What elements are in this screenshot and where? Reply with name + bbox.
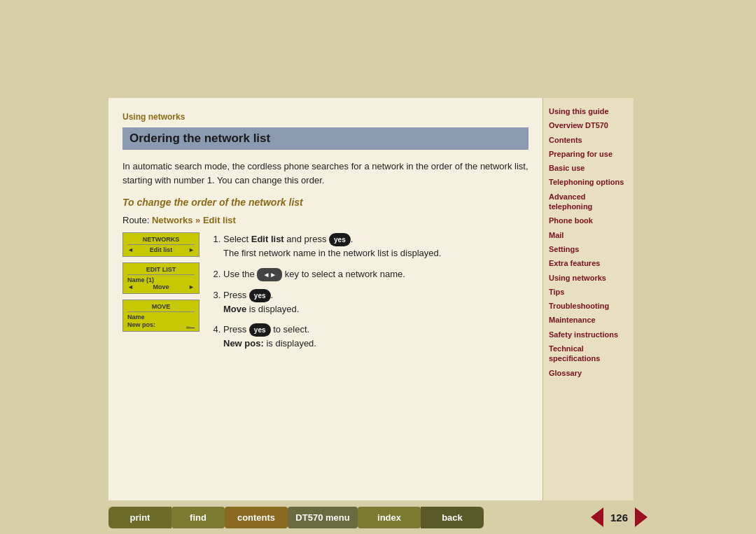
sidebar-item-15[interactable]: Safety instructions xyxy=(549,328,628,341)
content-area: Using networks Ordering the network list… xyxy=(108,98,542,500)
step-3: Press yes. Move is displayed. xyxy=(223,288,528,316)
intro-text: In automatic search mode, the cordless p… xyxy=(122,160,528,187)
screen-editlist-name: Name (1) xyxy=(127,276,195,283)
top-spacer xyxy=(0,0,756,98)
phone-screens: NETWORKS ◄ Edit list ► EDIT LIST Name (1… xyxy=(122,232,200,358)
sidebar-item-3[interactable]: Preparing for use xyxy=(549,148,628,160)
breadcrumb: Using networks xyxy=(122,112,528,122)
find-button[interactable]: find xyxy=(172,507,225,528)
editlist-move-label: Move xyxy=(153,283,169,290)
move-newpos-label: New pos: xyxy=(127,321,155,328)
main-area: Using networks Ordering the network list… xyxy=(0,98,756,500)
sidebar-item-14[interactable]: Maintenance xyxy=(549,314,628,326)
sidebar-item-8[interactable]: Mail xyxy=(549,229,628,241)
editlist-name-label: Name (1) xyxy=(127,276,154,283)
screen-move-newpos: New pos: _ xyxy=(127,321,195,328)
editlist-arrow-left: ◄ xyxy=(127,283,134,290)
step-1: Select Edit list and press yes. The firs… xyxy=(223,232,528,260)
route-label: Route: xyxy=(122,215,149,225)
editlist-arrow-right: ► xyxy=(188,283,195,290)
page-wrapper: Using networks Ordering the network list… xyxy=(0,0,756,534)
sidebar-item-12[interactable]: Tips xyxy=(549,286,628,298)
contents-button[interactable]: contents xyxy=(225,507,288,528)
step3-move: Move xyxy=(223,304,246,314)
route-path: Networks » Edit list xyxy=(152,215,236,225)
nav-arrow-btn: ◄► xyxy=(257,268,282,281)
step-2: Use the ◄► key to select a network name. xyxy=(223,267,528,281)
step1-detail: The first network name in the network li… xyxy=(223,248,441,258)
left-spacer xyxy=(0,98,108,500)
sidebar-item-4[interactable]: Basic use xyxy=(549,162,628,174)
steps-area: NETWORKS ◄ Edit list ► EDIT LIST Name (1… xyxy=(122,232,528,358)
screen-editlist-title: EDIT LIST xyxy=(127,266,195,275)
step-4: Press yes to select. New pos: is display… xyxy=(223,323,528,351)
page-number: 126 xyxy=(608,512,631,524)
yes-button-1: yes xyxy=(329,233,351,246)
sidebar-item-2[interactable]: Contents xyxy=(549,134,628,146)
screen-move-name: Name xyxy=(127,314,195,321)
sidebar-item-0[interactable]: Using this guide xyxy=(549,105,628,118)
bottom-bar: print find contents DT570 menu index bac… xyxy=(0,500,756,534)
sidebar-item-11[interactable]: Using networks xyxy=(549,272,628,284)
screen-editlist-move: ◄ Move ► xyxy=(127,283,195,290)
sidebar-item-17[interactable]: Glossary xyxy=(549,367,628,379)
screen-networks-title: NETWORKS xyxy=(127,236,195,245)
screen-networks-row: ◄ Edit list ► xyxy=(127,246,195,253)
instructions-list: Select Edit list and press yes. The firs… xyxy=(211,232,528,358)
arrow-left-icon: ◄ xyxy=(127,246,134,253)
move-input-underscore: _ xyxy=(186,321,195,328)
arrow-right-icon: ► xyxy=(188,246,195,253)
next-page-arrow[interactable] xyxy=(635,507,648,527)
yes-button-2: yes xyxy=(249,289,271,302)
sidebar: Using this guideOverview DT570ContentsPr… xyxy=(542,98,634,500)
section-title: To change the order of the network list xyxy=(122,197,528,208)
sidebar-item-16[interactable]: Technical specifications xyxy=(549,342,628,365)
screen-networks-editlist: Edit list xyxy=(150,246,173,253)
prev-page-arrow[interactable] xyxy=(591,507,603,527)
page-nav-area: 126 xyxy=(591,507,648,527)
sidebar-item-6[interactable]: Advanced telephoning xyxy=(549,190,628,213)
step4-newpos: New pos: xyxy=(223,338,264,349)
screen-editlist: EDIT LIST Name (1) ◄ Move ► xyxy=(122,262,200,294)
screen-move-title: MOVE xyxy=(127,303,195,312)
step1-bold: Edit list xyxy=(251,234,284,244)
page-title: Ordering the network list xyxy=(122,127,528,150)
sidebar-item-10[interactable]: Extra features xyxy=(549,257,628,269)
back-button[interactable]: back xyxy=(421,507,484,528)
sidebar-item-1[interactable]: Overview DT570 xyxy=(549,119,628,132)
screen-networks: NETWORKS ◄ Edit list ► xyxy=(122,232,200,257)
sidebar-item-5[interactable]: Telephoning options xyxy=(549,176,628,188)
sidebar-item-9[interactable]: Settings xyxy=(549,243,628,255)
dt570-menu-button[interactable]: DT570 menu xyxy=(288,507,358,528)
route-line: Route: Networks » Edit list xyxy=(122,215,528,225)
sidebar-item-7[interactable]: Phone book xyxy=(549,214,628,227)
print-button[interactable]: print xyxy=(108,507,172,528)
index-button[interactable]: index xyxy=(358,507,421,528)
sidebar-item-13[interactable]: Troubleshooting xyxy=(549,300,628,312)
screen-move: MOVE Name New pos: _ xyxy=(122,300,200,332)
move-name-label: Name xyxy=(127,314,145,321)
yes-button-3: yes xyxy=(249,323,271,337)
